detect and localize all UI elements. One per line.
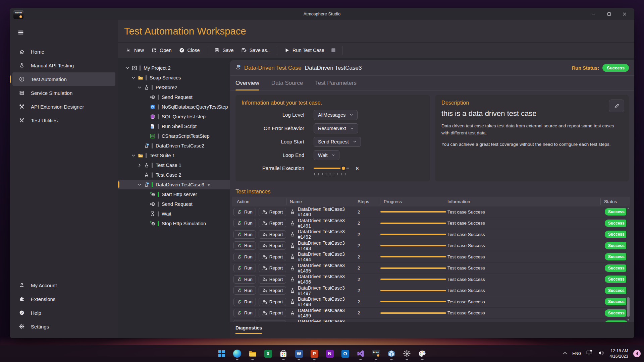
tree-item-sql-query-test-step[interactable]: SQL Query test step — [118, 112, 230, 121]
close-button[interactable]: Close — [175, 45, 204, 55]
taskbar-icon-virtualbox[interactable] — [385, 346, 397, 361]
tree-item-datadriven-testcase3[interactable]: DataDriven TestCase3 — [118, 180, 230, 189]
minimize-button[interactable] — [586, 8, 601, 20]
report-button[interactable]: Report — [259, 253, 286, 261]
taskbar-icon-powerpoint[interactable]: P — [308, 346, 320, 361]
report-button[interactable]: Report — [259, 241, 286, 250]
taskbar-icon-atmosphere[interactable]: Atmo — [370, 346, 382, 361]
taskbar-icon-excel[interactable]: X — [262, 346, 274, 361]
log-level-dropdown[interactable]: AllMessages — [314, 110, 358, 120]
tree-item-send-request[interactable]: Send Request — [118, 92, 230, 102]
scrollbar-up-arrow[interactable]: ▲ — [626, 206, 630, 210]
scrollbar-down-arrow[interactable]: ▼ — [626, 318, 630, 322]
run-button[interactable]: Run — [233, 320, 256, 322]
loop-end-dropdown[interactable]: Wait — [314, 150, 339, 160]
taskbar-icon-word[interactable]: W — [293, 346, 305, 361]
tree-item-petstore2[interactable]: PetStore2 — [118, 82, 230, 92]
language-indicator[interactable]: ENG — [572, 351, 581, 356]
taskbar-icon-store[interactable] — [277, 346, 289, 361]
run-test-case-button[interactable]: Run Test Case — [280, 45, 328, 55]
sidebar-item-test-automation[interactable]: Test Automation — [12, 72, 115, 86]
taskbar-icon-start[interactable] — [216, 346, 228, 361]
sidebar-item-api-extension-designer[interactable]: API Extension Designer — [12, 100, 115, 113]
tree-item-my-project-2[interactable]: My Project 2 — [118, 63, 230, 73]
sidebar-item-help[interactable]: ?Help — [12, 306, 115, 319]
taskbar-icon-onenote[interactable]: N — [324, 346, 336, 361]
taskbar-icon-visualstudio[interactable] — [355, 346, 367, 361]
parallel-execution-slider[interactable] — [314, 165, 353, 175]
loop-start-dropdown[interactable]: Send Request — [314, 137, 361, 147]
tree-item-send-request[interactable]: Send Request — [118, 199, 230, 209]
report-button[interactable]: Report — [259, 275, 286, 284]
chevron-down-icon[interactable] — [123, 66, 131, 70]
report-button[interactable]: Report — [259, 264, 286, 272]
run-button[interactable]: Run — [233, 241, 256, 250]
clock[interactable]: 12:18 AM 4/16/2023 — [609, 348, 628, 359]
tree-item-stop-http-simulation[interactable]: Stop Http Simulation — [118, 219, 230, 228]
run-button[interactable]: Run — [233, 230, 256, 239]
slider-thumb[interactable] — [340, 165, 346, 171]
sidebar-item-manual-api-testing[interactable]: Manual API Testing — [12, 59, 115, 72]
chevron-down-icon[interactable] — [136, 85, 144, 90]
sidebar-item-my-account[interactable]: My Account — [12, 279, 115, 292]
stop-test-button[interactable] — [328, 45, 339, 55]
run-button[interactable]: Run — [233, 275, 256, 284]
report-button[interactable]: Report — [259, 219, 286, 227]
table-scrollbar[interactable]: ▲ ▼ — [626, 206, 630, 322]
on-error-behavior-dropdown[interactable]: ResumeNext — [314, 123, 358, 133]
diagnostics-tab[interactable]: Diagnostics — [235, 325, 262, 334]
sidebar-item-settings[interactable]: Settings — [12, 320, 115, 333]
chevron-down-icon[interactable] — [129, 75, 138, 80]
tree-item-run-shell-script[interactable]: Run Shell Script — [118, 121, 230, 131]
run-button[interactable]: Run — [233, 286, 256, 295]
tab-overview[interactable]: Overview — [235, 76, 259, 90]
tree-item-nosqldatabasequeryteststep[interactable]: NoSqlDatabaseQueryTestStep — [118, 102, 230, 112]
edit-description-button[interactable] — [609, 100, 624, 112]
scrollbar-thumb[interactable] — [627, 297, 630, 317]
tab-test-parameters[interactable]: Test Parameters — [315, 76, 357, 90]
titlebar[interactable]: Atmo Atmosphere Studio — [10, 8, 634, 20]
run-button[interactable]: Run — [233, 253, 256, 261]
tree-item-datadriven-testcase2[interactable]: DataDriven TestCase2 — [118, 141, 230, 150]
taskbar-icon-outlook[interactable]: O — [339, 346, 351, 361]
report-button[interactable]: Report — [259, 286, 286, 295]
menu-toggle-button[interactable] — [15, 28, 26, 38]
tab-data-source[interactable]: Data Source — [271, 76, 303, 90]
tree-item-csharpscriptteststep[interactable]: C#CSharpScriptTestStep — [118, 131, 230, 141]
new-button[interactable]: New — [122, 45, 148, 55]
report-button[interactable]: Report — [259, 230, 286, 239]
sidebar-item-test-utilities[interactable]: Test Utilities — [12, 114, 115, 127]
report-button[interactable]: Report — [259, 208, 286, 216]
sidebar-item-home[interactable]: Home — [12, 45, 115, 58]
maximize-button[interactable] — [601, 8, 617, 20]
tree-item-wait[interactable]: Wait — [118, 209, 230, 219]
taskbar-icon-settings[interactable] — [401, 346, 413, 361]
report-button[interactable]: Report — [259, 320, 286, 322]
tree-item-test-case-2[interactable]: Test Case 2 — [118, 170, 230, 180]
sidebar-item-service-simulation[interactable]: Service Simulation — [12, 86, 115, 100]
run-button[interactable]: Run — [233, 264, 256, 272]
tree-item-test-case-1[interactable]: Test Case 1 — [118, 160, 230, 170]
network-icon[interactable] — [586, 350, 593, 357]
sidebar-item-extensions[interactable]: Extensions — [12, 292, 115, 306]
report-button[interactable]: Report — [259, 309, 286, 317]
tray-expand-icon[interactable] — [563, 351, 567, 357]
chevron-down-icon[interactable] — [136, 182, 144, 187]
run-button[interactable]: Run — [233, 208, 256, 216]
taskbar-icon-explorer[interactable] — [247, 346, 259, 361]
volume-icon[interactable] — [598, 350, 604, 357]
close-button[interactable] — [617, 8, 632, 20]
run-button[interactable]: Run — [233, 298, 256, 306]
chevron-down-icon[interactable] — [129, 153, 138, 158]
tree-item-start-http-server[interactable]: Start Http server — [118, 189, 230, 199]
tree-item-test-suite-1[interactable]: Test Suite 1 — [118, 150, 230, 160]
open-button[interactable]: Open — [148, 45, 175, 55]
chevron-right-icon[interactable] — [136, 163, 144, 168]
taskbar-icon-paint[interactable] — [416, 346, 428, 361]
report-button[interactable]: Report — [259, 298, 286, 306]
run-button[interactable]: Run — [233, 309, 256, 317]
tree-item-soap-services[interactable]: Soap Services — [118, 73, 230, 82]
notification-count-badge[interactable]: 4 — [633, 350, 641, 357]
taskbar-icon-edge[interactable] — [231, 346, 243, 361]
save-as--button[interactable]: Save as.. — [237, 45, 273, 55]
